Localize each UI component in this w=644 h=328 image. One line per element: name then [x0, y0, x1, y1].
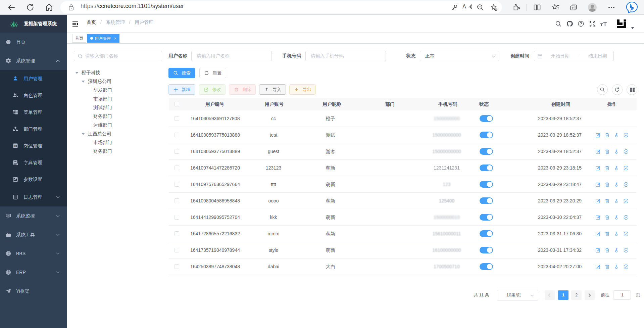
- svg-text:ID: ID: [14, 144, 17, 148]
